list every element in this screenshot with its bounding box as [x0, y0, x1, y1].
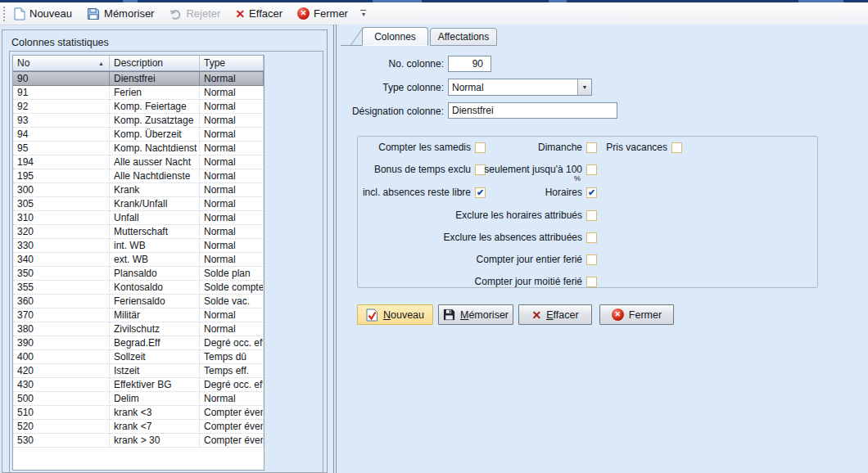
checkbox[interactable]	[586, 255, 597, 265]
sort-ascending-icon: ▲	[98, 61, 104, 66]
table-cell: Sollzeit	[110, 350, 200, 364]
table-cell: Compter évennem.	[200, 434, 264, 448]
checkbox-label: Compter jour entier ferié	[477, 254, 582, 265]
tab-affectations[interactable]: Affectations	[430, 28, 497, 46]
table-cell: 420	[13, 364, 110, 378]
table-row[interactable]: 390Begrad.EffDegré occ. eff.	[13, 336, 264, 350]
table-cell: Komp. Überzeit	[110, 128, 200, 142]
table-row[interactable]: 305Krank/UnfallNormal	[13, 197, 264, 211]
grid-body: 90DienstfreiNormal91FerienNormal92Komp. …	[13, 71, 264, 448]
column-header-no[interactable]: No ▲	[13, 56, 110, 70]
close-circle-icon: ✕	[297, 7, 310, 20]
checkbox-label: seulement jusqu'à 100	[484, 164, 582, 175]
table-row[interactable]: 90DienstfreiNormal	[13, 71, 264, 86]
table-cell: Komp. Feiertage	[110, 100, 200, 114]
table-cell: 95	[13, 142, 110, 155]
table-cell: 310	[13, 211, 110, 225]
table-cell: Normal	[200, 72, 264, 86]
checkbox[interactable]	[586, 142, 597, 153]
toolbar-overflow-button[interactable]: ▾	[359, 10, 368, 17]
grid-header-row: No ▲ Description Type	[13, 56, 264, 71]
table-cell: krank <7	[110, 420, 200, 434]
table-row[interactable]: 510krank <3Compter évennem.	[13, 406, 264, 420]
table-row[interactable]: 350PlansaldoSolde plan	[13, 267, 264, 281]
checkbox[interactable]: ✔	[586, 187, 597, 198]
table-row[interactable]: 320MutterschaftNormal	[13, 225, 264, 239]
table-row[interactable]: 194Alle ausser NachtNormal	[13, 155, 264, 169]
toolbar-item-label: Rejeter	[186, 7, 220, 20]
column-header-description[interactable]: Description	[110, 56, 200, 70]
table-cell: ext. WB	[110, 253, 200, 267]
toolbar-effacer-button[interactable]: ✕ Effacer	[228, 4, 290, 24]
table-cell: Normal	[200, 197, 264, 211]
delete-x-icon: ✕	[235, 8, 245, 20]
table-row[interactable]: 95Komp. NachtdienstNormal	[13, 142, 264, 155]
memoriser-button[interactable]: Mémoriser	[438, 304, 513, 325]
toolbar-nouveau-button[interactable]: Nouveau	[7, 4, 79, 24]
type-colonne-select[interactable]: Normal ▼	[448, 79, 592, 96]
table-cell: 300	[13, 183, 110, 197]
table-row[interactable]: 500DelimNormal	[13, 392, 264, 406]
toolbar-item-label: Fermer	[314, 7, 348, 20]
panel-splitter[interactable]	[331, 25, 339, 473]
panel-title: Colonnes statistiques	[11, 37, 109, 48]
table-cell: Solde vac.	[200, 295, 264, 309]
table-cell: 195	[13, 169, 110, 183]
table-row[interactable]: 93Komp. ZusatztageNormal	[13, 114, 264, 128]
table-cell: krank <3	[110, 406, 200, 420]
table-cell: Dienstfrei	[110, 72, 200, 86]
chevron-down-icon[interactable]: ▼	[577, 79, 591, 95]
checkbox[interactable]	[586, 210, 597, 221]
table-row[interactable]: 530krank > 30Compter évennem.	[13, 434, 264, 448]
table-cell: 93	[13, 114, 110, 128]
table-row[interactable]: 195Alle NachtdiensteNormal	[13, 169, 264, 183]
toolbar-item-label: Effacer	[249, 7, 283, 20]
table-cell: Begrad.Eff	[110, 336, 200, 350]
table-cell: 355	[13, 281, 110, 295]
table-row[interactable]: 91FerienNormal	[13, 86, 264, 100]
checkbox[interactable]	[475, 142, 486, 153]
fermer-button[interactable]: ✕ Fermer	[599, 304, 674, 325]
checkbox[interactable]	[586, 232, 597, 243]
table-cell: Normal	[200, 128, 264, 142]
table-cell: Normal	[200, 225, 264, 239]
checkbox[interactable]	[586, 164, 597, 175]
table-row[interactable]: 300KrankNormal	[13, 183, 264, 197]
designation-colonne-input[interactable]: Dienstfrei	[448, 102, 617, 119]
table-cell: Normal	[200, 309, 264, 322]
checkbox[interactable]: ✔	[475, 187, 486, 198]
table-cell: Degré occ. eff.	[200, 378, 264, 392]
table-cell: Normal	[200, 211, 264, 225]
toolbar-rejeter-button[interactable]: Rejeter	[161, 4, 228, 24]
table-cell: 94	[13, 128, 110, 142]
toolbar-memoriser-button[interactable]: Mémoriser	[79, 4, 161, 24]
checkbox[interactable]	[671, 142, 682, 153]
checkbox[interactable]	[586, 277, 597, 287]
table-row[interactable]: 330int. WBNormal	[13, 239, 264, 253]
table-row[interactable]: 400SollzeitTemps dû	[13, 350, 264, 364]
statistics-columns-grid[interactable]: No ▲ Description Type 90DienstfreiNormal…	[12, 55, 264, 471]
table-row[interactable]: 360FeriensaldoSolde vac.	[13, 295, 264, 309]
no-colonne-input[interactable]: 90	[448, 56, 491, 72]
checkbox-label: Exclure les horaires attribués	[455, 209, 582, 221]
table-row[interactable]: 370MilitärNormal	[13, 309, 264, 322]
toolbar-fermer-button[interactable]: ✕ Fermer	[290, 4, 355, 24]
table-row[interactable]: 94Komp. ÜberzeitNormal	[13, 128, 264, 142]
nouveau-button[interactable]: Nouveau	[357, 304, 433, 325]
table-row[interactable]: 520krank <7Compter évennem.	[13, 420, 264, 434]
table-cell: 194	[13, 155, 110, 169]
table-row[interactable]: 355KontosaldoSolde compte	[13, 281, 264, 295]
table-row[interactable]: 92Komp. FeiertageNormal	[13, 100, 264, 114]
table-row[interactable]: 310UnfallNormal	[13, 211, 264, 225]
column-detail-panel: Colonnes Affectations No. colonne: 90 Ty…	[339, 25, 868, 473]
column-header-type[interactable]: Type	[200, 56, 264, 70]
table-row[interactable]: 340ext. WBNormal	[13, 253, 264, 267]
table-cell: 390	[13, 336, 110, 350]
table-cell: Komp. Zusatztage	[110, 114, 200, 128]
effacer-button[interactable]: ✕ Effacer	[518, 304, 592, 325]
table-row[interactable]: 380ZivilschutzNormal	[13, 322, 264, 336]
table-cell: Feriensaldo	[110, 295, 200, 309]
tab-colonnes[interactable]: Colonnes	[362, 27, 428, 46]
table-row[interactable]: 430Effektiver BGDegré occ. eff.	[13, 378, 264, 392]
table-row[interactable]: 420IstzeitTemps eff.	[13, 364, 264, 378]
